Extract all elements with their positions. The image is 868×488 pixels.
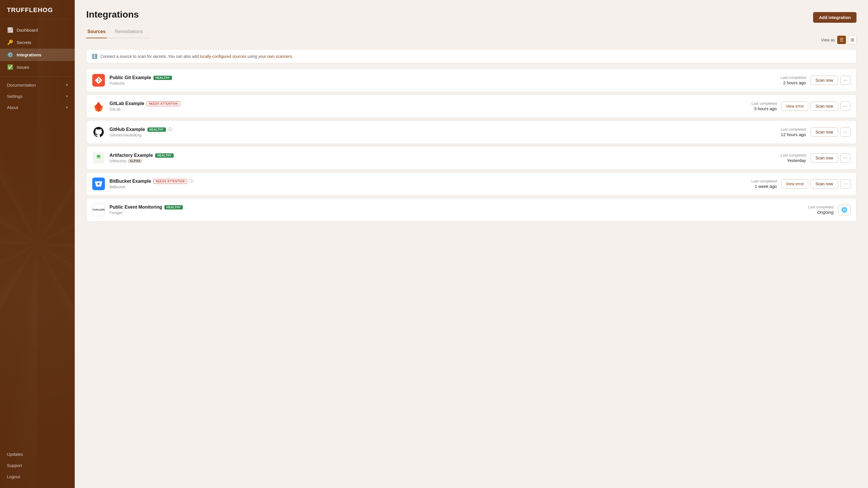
globe-button[interactable]: 🌐 bbox=[838, 205, 850, 215]
scan-now-button[interactable]: Scan now bbox=[810, 76, 838, 85]
list-view-button[interactable]: ☰ bbox=[837, 36, 846, 44]
last-completed-value: Yesterday bbox=[760, 158, 806, 163]
alpha-badge: ALPHA bbox=[128, 159, 142, 163]
last-completed-value: 3 hours ago bbox=[731, 106, 777, 111]
your-own-scanners-link[interactable]: your own scanners bbox=[258, 54, 292, 59]
integration-name-row: Artifactory Example HEALTHY bbox=[110, 153, 755, 158]
row-actions: Scan now ··· bbox=[810, 76, 850, 85]
last-completed-label: Last completed bbox=[760, 76, 806, 80]
sidebar-item-logout[interactable]: Logout bbox=[0, 471, 75, 482]
integration-row: Public Git Example HEALTHY PublicGit Las… bbox=[86, 68, 857, 92]
integration-logo bbox=[92, 177, 105, 190]
integration-info: GitLab Example NEEDS ATTENTION GitLab bbox=[110, 101, 726, 111]
last-completed: Last completed Yesterday bbox=[760, 153, 806, 163]
issues-icon: ✅ bbox=[7, 64, 13, 70]
info-banner-text: Connect a source to scan for secrets. Yo… bbox=[100, 54, 293, 59]
last-completed: Last completed 12 hours ago bbox=[760, 127, 806, 137]
integration-info: GitHub Example HEALTHY ⓘ GitHubUnauthdOr… bbox=[110, 127, 755, 137]
svg-point-4 bbox=[97, 155, 98, 156]
sidebar-item-secrets[interactable]: 🔑 Secrets bbox=[0, 36, 75, 49]
tabs: Sources Remediations bbox=[86, 26, 151, 38]
integration-type: GitHubUnauthdOrg bbox=[110, 133, 755, 137]
add-integration-button[interactable]: Add integration bbox=[813, 12, 857, 23]
status-badge: NEEDS ATTENTION bbox=[147, 101, 180, 106]
svg-point-5 bbox=[99, 155, 100, 156]
integration-name-row: GitHub Example HEALTHY ⓘ bbox=[110, 127, 755, 132]
sidebar-nav: 📈 Dashboard 🔑 Secrets ⚙️ Integrations ✅ … bbox=[0, 22, 75, 446]
page-title: Integrations bbox=[86, 9, 139, 20]
sidebar-item-dashboard[interactable]: 📈 Dashboard bbox=[0, 24, 75, 36]
integration-name: Public Git Example bbox=[110, 75, 151, 80]
scan-now-button[interactable]: Scan now bbox=[810, 153, 838, 163]
last-completed-label: Last completed bbox=[760, 127, 806, 132]
last-completed-value: 1 week ago bbox=[731, 184, 777, 189]
sidebar-item-label: Integrations bbox=[17, 52, 41, 57]
last-completed-value: 12 hours ago bbox=[760, 132, 806, 137]
integration-logo: FORAGER bbox=[92, 203, 105, 216]
sidebar-item-label: Updates bbox=[7, 452, 23, 457]
integration-logo bbox=[92, 100, 105, 113]
scan-now-button[interactable]: Scan now bbox=[810, 102, 838, 111]
sidebar-item-about[interactable]: About ▾ bbox=[0, 102, 75, 113]
nav-divider bbox=[0, 76, 75, 77]
status-badge: HEALTHY bbox=[153, 76, 172, 80]
app-logo: TRUFFLEHOG bbox=[0, 0, 75, 19]
view-as-label: View as bbox=[821, 38, 835, 42]
last-completed-label: Last completed bbox=[760, 153, 806, 157]
last-completed-label: Last completed bbox=[731, 179, 777, 183]
info-circle-icon[interactable]: ⓘ bbox=[168, 127, 172, 132]
sidebar-item-label: Settings bbox=[7, 94, 23, 99]
last-completed-value: Ongoing bbox=[787, 210, 834, 214]
sidebar-item-documentation[interactable]: Documentation ▾ bbox=[0, 79, 75, 91]
sidebar-item-label: Support bbox=[7, 463, 22, 468]
more-options-button[interactable]: ··· bbox=[840, 102, 850, 111]
sidebar-item-settings[interactable]: Settings ▾ bbox=[0, 91, 75, 102]
integration-info: Public Git Example HEALTHY PublicGit bbox=[110, 75, 755, 85]
scan-now-button[interactable]: Scan now bbox=[810, 127, 838, 137]
chevron-down-icon: ▾ bbox=[66, 106, 68, 109]
tab-sources[interactable]: Sources bbox=[86, 26, 106, 38]
last-completed: Last completed 3 hours ago bbox=[731, 101, 777, 111]
more-options-button[interactable]: ··· bbox=[840, 153, 850, 163]
last-completed-label: Last completed bbox=[787, 205, 834, 209]
locally-configured-sources-link[interactable]: locally-configured sources bbox=[200, 54, 246, 59]
integration-logo bbox=[92, 74, 105, 87]
sidebar-item-support[interactable]: Support bbox=[0, 460, 75, 471]
status-badge: NEEDS ATTENTION bbox=[153, 179, 187, 184]
integration-name: Artifactory Example bbox=[110, 153, 153, 158]
integration-row: FORAGER Public Event Monitoring HEALTHY … bbox=[86, 198, 857, 222]
integration-name-row: GitLab Example NEEDS ATTENTION bbox=[110, 101, 726, 106]
integration-type: BitBucket bbox=[110, 185, 726, 189]
more-options-button[interactable]: ··· bbox=[840, 76, 850, 85]
sidebar-item-label: Documentation bbox=[7, 83, 36, 87]
row-actions: View error Scan now ··· bbox=[781, 179, 850, 189]
sidebar-item-updates[interactable]: Updates bbox=[0, 449, 75, 460]
integration-type: GitLab bbox=[110, 107, 726, 111]
last-completed-value: 2 hours ago bbox=[760, 80, 806, 85]
sidebar-item-label: About bbox=[7, 105, 18, 110]
tab-remediations[interactable]: Remediations bbox=[114, 26, 144, 38]
view-error-button[interactable]: View error bbox=[781, 102, 808, 111]
sidebar-item-integrations[interactable]: ⚙️ Integrations bbox=[0, 49, 75, 61]
scan-now-button[interactable]: Scan now bbox=[810, 179, 838, 189]
more-options-button[interactable]: ··· bbox=[840, 127, 850, 137]
info-circle-icon[interactable]: ⓘ bbox=[189, 179, 193, 184]
sidebar-item-issues[interactable]: ✅ Issues bbox=[0, 61, 75, 74]
grid-view-button[interactable]: ⊞ bbox=[848, 36, 857, 44]
integration-logo: JFrog bbox=[92, 152, 105, 164]
row-actions: Scan now ··· bbox=[810, 153, 850, 163]
integration-row: BitBucket Example NEEDS ATTENTION ⓘ BitB… bbox=[86, 172, 857, 196]
last-completed: Last completed Ongoing bbox=[787, 205, 834, 214]
status-badge: HEALTHY bbox=[164, 205, 183, 209]
info-banner: ℹ️ Connect a source to scan for secrets.… bbox=[86, 49, 857, 63]
key-icon: 🔑 bbox=[7, 39, 13, 46]
integration-name-row: Public Git Example HEALTHY bbox=[110, 75, 755, 80]
integrations-icon: ⚙️ bbox=[7, 52, 13, 58]
view-error-button[interactable]: View error bbox=[781, 179, 808, 189]
last-completed: Last completed 1 week ago bbox=[731, 179, 777, 189]
more-options-button[interactable]: ··· bbox=[840, 179, 850, 189]
integration-info: BitBucket Example NEEDS ATTENTION ⓘ BitB… bbox=[110, 179, 726, 189]
sidebar: TRUFFLEHOG 📈 Dashboard 🔑 Secrets ⚙️ Inte… bbox=[0, 0, 75, 488]
dashboard-icon: 📈 bbox=[7, 27, 13, 33]
page-header: Integrations Add integration bbox=[86, 9, 857, 26]
